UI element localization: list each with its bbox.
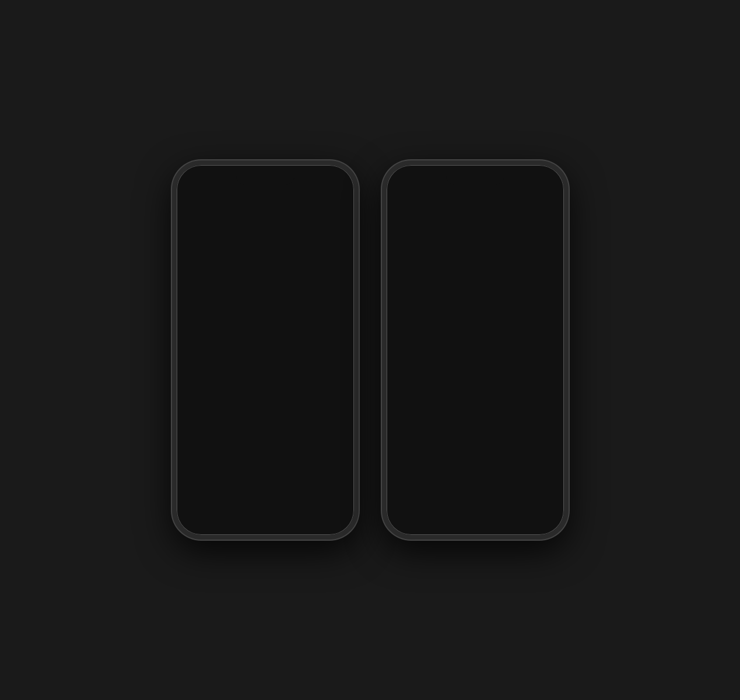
gift-icon: 🎁 — [303, 327, 315, 340]
ticker-1: Ot***oe got total $210 Via PayPal comes … — [186, 455, 345, 466]
progress-30: 30% — [197, 276, 207, 282]
card-won-amount: Won $100 — [411, 332, 539, 354]
nav-title-left: Cash Reward — [234, 193, 297, 205]
tabs-right: Q&A Reviews Winners — [403, 464, 548, 484]
reward-option-coupon[interactable]: 🎟 $100 Valued Coupon Pack — [268, 286, 335, 310]
reward-card-title: Reward Balance — [195, 219, 335, 228]
progress-bar-fill — [195, 269, 327, 275]
signal-icon: ▌▌▌ — [303, 176, 315, 182]
svg-text:$1: $1 — [246, 370, 254, 379]
reward-card: Reward Balance $141.00 Only $9 to go to … — [186, 212, 345, 317]
wifi-icon: WiFi — [317, 176, 329, 182]
spin-strip-container: 2 Spins for 1 more gift ✓ ✓ ✓ 🎁 🧰 Claim — [186, 323, 345, 343]
cards-stack: CashReward$95 He***ut Won $100 Claimed R… — [399, 291, 550, 454]
win-badge: 🏆Win$1,000 — [322, 494, 348, 517]
progress-labels: 30% 60% 94% $150 — [195, 276, 335, 282]
cash-icon: 💵 — [199, 292, 212, 304]
claim-modal: They just claimed theirCash Reward! Cash… — [399, 254, 550, 455]
coupon-icon: 🎟 — [271, 292, 282, 304]
home-indicator-left — [236, 527, 294, 529]
nav-bar-left: ‹ Cash Reward Activity Rules — [179, 187, 352, 212]
reward-subtitle: Only $9 to go to claim $150 — [195, 257, 335, 264]
spin-dot-3: ✓ — [290, 328, 300, 338]
cash-label: To PayPal — [215, 299, 246, 306]
invite-button[interactable]: Invite to Get Tokens 100 Tokens per spin… — [186, 489, 345, 523]
bottom-strip-right: 🔊 Show the total withdrawal amount. — [396, 488, 555, 505]
battery-icon: ▓▓ — [331, 176, 340, 182]
spin-label: Spin — [255, 392, 275, 402]
claim-badge[interactable]: Claim — [324, 317, 347, 326]
svg-text:$3: $3 — [230, 402, 238, 410]
reward-option-cash-text: $50 Cash To PayPal — [215, 291, 246, 306]
progress-target: $150 — [321, 268, 335, 275]
right-phone-screen: 7:35 ▌▌ ◉ ▓ ‹ Cash Reward Activity / Rul… — [389, 167, 562, 533]
star-5: ★ — [479, 359, 488, 372]
star-3: ★ — [455, 359, 465, 372]
reward-option-coupon-text: $100 Valued Coupon Pack — [285, 291, 325, 306]
left-phone: 7:34 ▌▌▌ WiFi ▓▓ ‹ Cash Reward Activity … — [172, 160, 359, 540]
home-indicator-right — [446, 527, 504, 529]
progress-container: 30% 60% 94% $150 — [195, 269, 335, 282]
star-4: ★ — [467, 359, 476, 372]
svg-text:$5: $5 — [261, 431, 269, 439]
reward-amount: $141.00 — [195, 230, 335, 255]
spin-button[interactable]: Spin 🪙100/100 — [245, 380, 286, 421]
right-phone: 7:35 ▌▌ ◉ ▓ ‹ Cash Reward Activity / Rul… — [382, 160, 569, 540]
reward-options: 💵 $50 Cash To PayPal 🎟 $100 Valued Coupo… — [195, 286, 335, 310]
tab-winners-right: Winners — [499, 467, 545, 482]
left-phone-screen: 7:34 ▌▌▌ WiFi ▓▓ ‹ Cash Reward Activity … — [179, 167, 352, 533]
spin-sub: 🪙100/100 — [252, 402, 278, 408]
invite-btn-sub: 100 Tokens per spin — [198, 508, 333, 514]
progress-94: 94% — [323, 276, 334, 282]
tab-qa-right: Q&A — [405, 467, 451, 482]
ticker-2: won $140 Au***ce: Wow! Im so surprised. … — [186, 468, 345, 484]
spin-dot-2: ✓ — [277, 328, 287, 338]
reward-option-cash[interactable]: 💵 $50 Cash To PayPal — [195, 286, 263, 310]
spin-progress-label: 2 Spins for 1 more gift — [192, 330, 259, 337]
spin-section: 2 Spins for 1 more gift ✓ ✓ ✓ 🎁 🧰 Claim — [179, 323, 352, 484]
card-front: CashReward$95 He***ut Won $100 Claimed R… — [399, 291, 550, 443]
star-2: ★ — [444, 359, 453, 372]
svg-text:$3: $3 — [293, 402, 301, 410]
status-icons-left: ▌▌▌ WiFi ▓▓ — [303, 176, 340, 182]
back-button-left[interactable]: ‹ — [186, 190, 195, 208]
star-1: ★ — [432, 359, 441, 372]
status-bar-left: 7:34 ▌▌▌ WiFi ▓▓ — [179, 167, 352, 187]
coupon-label: Coupon Pack — [285, 299, 325, 306]
progress-60: 60% — [259, 276, 270, 282]
rate-label: Rate: — [411, 361, 430, 370]
dollar-sign: $ — [227, 235, 236, 253]
invite-btn-title: Invite to Get Tokens — [198, 497, 333, 508]
wheel-area: $1 $3 $3 $1 $5 Spin 🪙100/100 — [186, 348, 345, 453]
card-user: He***ut — [411, 319, 539, 328]
coupon-amount: $100 Valued — [285, 291, 325, 299]
tab-reviews-right: Reviews — [452, 467, 498, 482]
svg-text:$1: $1 — [275, 370, 283, 379]
status-time-left: 7:34 — [191, 174, 206, 183]
rules-pill[interactable]: Rules — [317, 193, 345, 205]
spin-dot-1: ✓ — [264, 328, 275, 338]
progress-bar-bg — [195, 269, 335, 275]
cash-amount: $50 Cash — [215, 291, 246, 299]
bottom-section-right: Q&A Reviews Winners 🔊 Show the total wit… — [396, 464, 555, 505]
card-mini-badge: CashReward$95 — [461, 279, 490, 309]
